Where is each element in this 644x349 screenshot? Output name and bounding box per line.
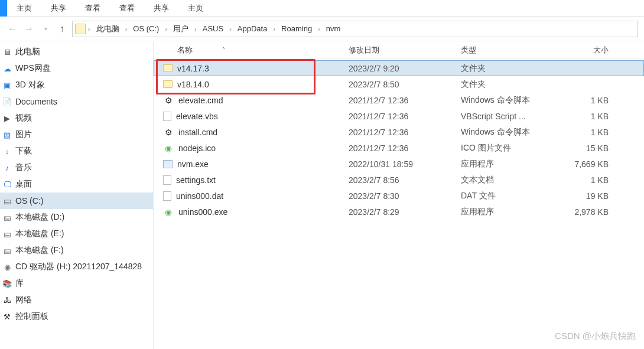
ribbon-tab-2[interactable]: 查看 xyxy=(110,1,144,16)
ico-green-icon xyxy=(163,143,174,154)
ribbon-tabs: 主页共享查看查看共享主页 xyxy=(0,0,644,17)
nav-forward-button[interactable]: → xyxy=(22,22,35,35)
file-name: elevate.vbs xyxy=(176,112,218,121)
file-row[interactable]: unins000.exe 2023/2/7 8:29 应用程序 2,978 KB xyxy=(154,204,644,220)
pc-icon xyxy=(2,47,12,57)
column-size[interactable]: 大小 xyxy=(567,45,614,56)
file-size: 1 KB xyxy=(567,128,614,137)
doc-icon xyxy=(2,97,12,106)
net-icon xyxy=(2,295,12,305)
file-list-pane: 名称 ˄ 修改日期 类型 大小 v14.17.3 2023/2/7 9:20 文… xyxy=(154,41,644,349)
file-row[interactable]: settings.txt 2023/2/7 8:56 文本文档 1 KB xyxy=(154,172,644,188)
chevron-right-icon[interactable]: › xyxy=(317,25,321,32)
sidebar-item[interactable]: 本地磁盘 (F:) xyxy=(0,242,153,259)
watermark: CSDN @小炮兵快跑 xyxy=(555,331,636,342)
sidebar-item[interactable]: 本地磁盘 (D:) xyxy=(0,209,153,226)
file-row[interactable]: unins000.dat 2023/2/7 8:30 DAT 文件 19 KB xyxy=(154,188,644,204)
column-type[interactable]: 类型 xyxy=(461,45,567,56)
file-type: 应用程序 xyxy=(461,207,567,217)
chevron-right-icon[interactable]: › xyxy=(87,25,92,32)
sidebar-item[interactable]: Documents xyxy=(0,93,153,110)
file-icon xyxy=(163,175,171,185)
chevron-right-icon[interactable]: › xyxy=(193,25,198,32)
file-row[interactable]: elevate.cmd 2021/12/7 12:36 Windows 命令脚本… xyxy=(154,92,644,108)
lib-icon xyxy=(2,279,12,288)
exe-icon xyxy=(163,160,173,168)
sidebar-item[interactable]: 库 xyxy=(0,275,153,292)
file-type: 文件夹 xyxy=(461,79,567,90)
address-bar[interactable]: › 此电脑›OS (C:)›用户›ASUS›AppData›Roaming›nv… xyxy=(72,21,638,37)
address-row: ← → ▾ ↑ › 此电脑›OS (C:)›用户›ASUS›AppData›Ro… xyxy=(0,17,644,41)
chevron-right-icon[interactable]: › xyxy=(272,25,277,32)
sidebar-item[interactable]: 控制面板 xyxy=(0,308,153,325)
chevron-right-icon[interactable]: › xyxy=(124,25,129,32)
ribbon-tab-1[interactable]: 共享 xyxy=(41,1,76,16)
chevron-right-icon[interactable]: › xyxy=(228,25,233,32)
column-name[interactable]: 名称 ˄ xyxy=(177,45,349,56)
ribbon-tab-0[interactable]: 主页 xyxy=(178,1,213,16)
sidebar-item-label: 控制面板 xyxy=(15,311,48,322)
sidebar-item[interactable]: WPS网盘 xyxy=(0,60,153,77)
sidebar-item[interactable]: 网络 xyxy=(0,292,153,308)
sidebar-item[interactable]: 3D 对象 xyxy=(0,77,153,93)
column-headers[interactable]: 名称 ˄ 修改日期 类型 大小 xyxy=(154,41,644,59)
breadcrumb-segment[interactable]: OS (C:) xyxy=(129,23,162,34)
chevron-right-icon[interactable]: › xyxy=(164,25,168,32)
sidebar-item[interactable]: 下载 xyxy=(0,143,153,159)
folder-icon xyxy=(163,64,173,72)
file-date: 2023/2/7 8:30 xyxy=(349,191,461,201)
sidebar-item[interactable]: 视频 xyxy=(0,110,153,126)
file-type: VBScript Script ... xyxy=(461,112,567,121)
sidebar-item[interactable]: 音乐 xyxy=(0,159,153,176)
sidebar-item[interactable]: 本地磁盘 (E:) xyxy=(0,226,153,242)
file-date: 2021/12/7 12:36 xyxy=(349,128,461,137)
file-name: unins000.exe xyxy=(178,207,227,217)
pic-icon xyxy=(2,130,12,139)
sidebar-item[interactable]: 桌面 xyxy=(0,176,153,193)
file-type: ICO 图片文件 xyxy=(461,143,567,154)
breadcrumb-segment[interactable]: Roaming xyxy=(278,23,316,34)
nav-pane[interactable]: 此电脑 WPS网盘 3D 对象 Documents 视频 图片 下载 音乐 桌面… xyxy=(0,41,154,349)
file-row[interactable]: v18.14.0 2023/2/7 8:50 文件夹 xyxy=(154,76,644,92)
breadcrumb-segment[interactable]: 用户 xyxy=(170,22,192,35)
nav-back-button[interactable]: ← xyxy=(6,22,19,35)
sidebar-item[interactable]: CD 驱动器 (H:) 20211207_144828 xyxy=(0,259,153,275)
sidebar-item-label: 网络 xyxy=(15,295,32,305)
file-date: 2021/12/7 12:36 xyxy=(349,112,461,121)
nav-recent-dropdown[interactable]: ▾ xyxy=(39,22,52,35)
breadcrumb-segment[interactable]: ASUS xyxy=(199,23,227,34)
sidebar-item[interactable]: 图片 xyxy=(0,126,153,143)
file-name: install.cmd xyxy=(178,128,217,137)
sidebar-item[interactable]: 此电脑 xyxy=(0,44,153,60)
panel-icon xyxy=(2,312,12,321)
sidebar-item-label: 3D 对象 xyxy=(15,80,45,90)
file-name: v18.14.0 xyxy=(177,80,209,89)
desk-icon xyxy=(2,180,12,189)
ribbon-tab-1[interactable]: 共享 xyxy=(144,1,178,16)
file-row[interactable]: nodejs.ico 2021/12/7 12:36 ICO 图片文件 15 K… xyxy=(154,140,644,156)
file-name: nvm.exe xyxy=(177,159,209,169)
nav-up-button[interactable]: ↑ xyxy=(56,22,69,35)
ico-green-icon xyxy=(163,207,174,217)
sidebar-item-label: 视频 xyxy=(15,113,32,123)
disk-icon xyxy=(2,246,12,255)
breadcrumb-segment[interactable]: 此电脑 xyxy=(93,22,123,35)
file-type: Windows 命令脚本 xyxy=(461,127,567,138)
file-row[interactable]: elevate.vbs 2021/12/7 12:36 VBScript Scr… xyxy=(154,108,644,124)
down-icon xyxy=(2,146,12,156)
column-date[interactable]: 修改日期 xyxy=(349,45,461,56)
file-row[interactable]: install.cmd 2021/12/7 12:36 Windows 命令脚本… xyxy=(154,124,644,140)
breadcrumb-segment[interactable]: AppData xyxy=(234,23,271,34)
sidebar-item-label: WPS网盘 xyxy=(15,63,51,74)
file-date: 2021/12/7 12:36 xyxy=(349,143,461,153)
ribbon-tab-2[interactable]: 查看 xyxy=(76,1,110,16)
sidebar-item-label: 图片 xyxy=(15,129,32,140)
file-row[interactable]: nvm.exe 2022/10/31 18:59 应用程序 7,669 KB xyxy=(154,156,644,172)
sidebar-item-label: 本地磁盘 (F:) xyxy=(15,245,64,256)
sidebar-item-label: 库 xyxy=(15,278,24,289)
file-tab-accent[interactable] xyxy=(0,0,7,17)
ribbon-tab-0[interactable]: 主页 xyxy=(7,1,41,16)
breadcrumb-segment[interactable]: nvm xyxy=(323,23,344,34)
sidebar-item[interactable]: OS (C:) xyxy=(0,193,153,209)
file-row[interactable]: v14.17.3 2023/2/7 9:20 文件夹 xyxy=(154,60,644,76)
